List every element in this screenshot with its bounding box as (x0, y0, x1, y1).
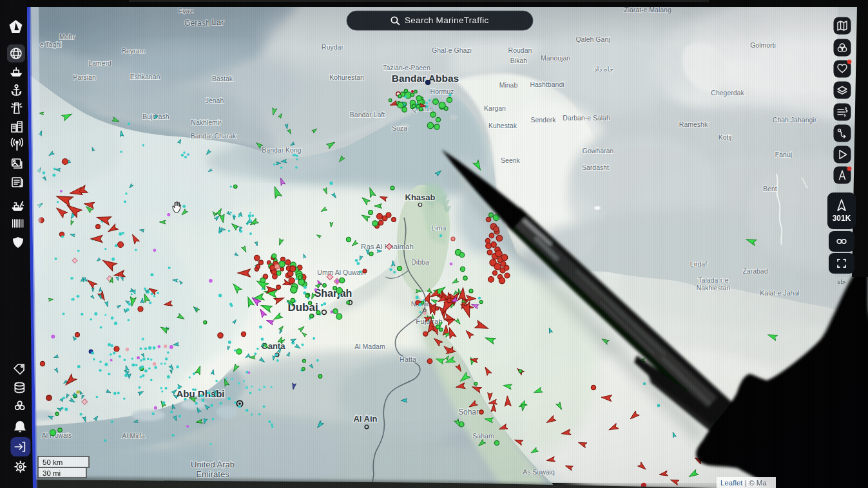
svg-text:301K: 301K (833, 214, 851, 223)
svg-text:Leaflet: Leaflet (720, 479, 743, 487)
svg-text:50 km: 50 km (43, 458, 63, 466)
svg-text:جاه: جاه (837, 279, 845, 285)
svg-text:30 mi: 30 mi (43, 469, 61, 477)
svg-text:| © Ma: | © Ma (745, 479, 767, 487)
svg-text:Search MarineTraffic: Search MarineTraffic (405, 15, 489, 25)
